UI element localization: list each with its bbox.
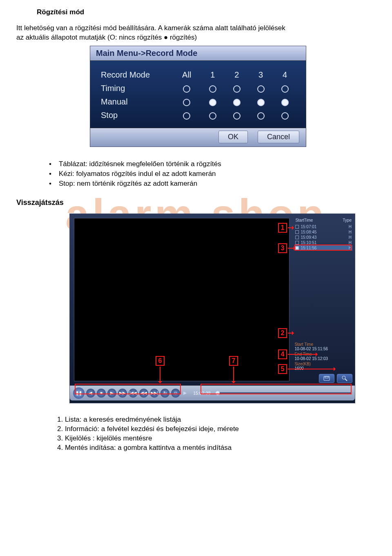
radio-stop-3[interactable] <box>257 112 265 120</box>
svg-rect-0 <box>324 376 330 380</box>
highlight-3 <box>294 245 352 251</box>
save-button[interactable] <box>319 374 334 383</box>
radio-stop-all[interactable] <box>183 112 190 120</box>
arrow-7 <box>233 367 234 383</box>
col-4: 4 <box>273 68 297 82</box>
playback-panel: StartTime Type 15:07:01 H 15:08:45 H <box>69 214 355 403</box>
file-checkbox[interactable] <box>295 236 299 239</box>
file-row[interactable]: 15:07:01 H <box>294 224 352 229</box>
legend-list: 1. Lista: a keresés eredményének listája… <box>57 416 376 452</box>
section-title: Rögzítési mód <box>37 8 376 16</box>
row-manual-label: Manual <box>99 95 173 109</box>
radio-stop-4[interactable] <box>281 112 289 120</box>
bullet-3: Stop: nem történik rögzítés az adott kam… <box>49 180 376 188</box>
save-icon <box>323 376 330 381</box>
arrow-4 <box>288 354 317 355</box>
radio-manual-2[interactable] <box>233 99 241 106</box>
info-end-value: 10-08-02 15:12:03 <box>294 356 352 361</box>
badge-1: 1 <box>278 223 287 233</box>
col-3: 3 <box>249 68 273 82</box>
radio-stop-1[interactable] <box>209 112 216 120</box>
col-2: 2 <box>225 68 249 82</box>
badge-5: 5 <box>278 364 287 374</box>
intro-line2: az aktuális állapotot mutatják (O: nincs… <box>16 33 197 41</box>
playback-heading: Visszajátszás <box>16 198 376 207</box>
file-type: H <box>349 235 352 240</box>
row-stop-label: Stop <box>99 109 173 122</box>
record-mode-breadcrumb: Main Menu->Record Mode <box>90 46 306 61</box>
file-row[interactable]: 15:09:43 H <box>294 235 352 240</box>
file-row[interactable]: 15:08:45 H <box>294 229 352 235</box>
radio-stop-2[interactable] <box>233 112 241 120</box>
arrow-5 <box>288 369 335 369</box>
radio-timing-3[interactable] <box>257 85 265 93</box>
radio-timing-1[interactable] <box>209 85 216 93</box>
search-button[interactable] <box>337 374 352 383</box>
svg-line-3 <box>345 379 347 381</box>
record-mode-label: Record Mode <box>99 68 173 82</box>
search-icon <box>341 375 348 382</box>
info-block: Start Time 10-08-02 15:11:56 End Time 10… <box>294 342 352 371</box>
highlight-7 <box>200 384 352 394</box>
badge-2: 2 <box>278 328 287 338</box>
info-size-label: Size(KB) <box>294 362 352 366</box>
intro-line1: Itt lehetöség van a rögzítési mód beállí… <box>16 24 285 32</box>
svg-rect-1 <box>325 376 328 378</box>
col-all: All <box>173 68 200 82</box>
svg-point-2 <box>342 376 345 379</box>
radio-timing-all[interactable] <box>183 85 190 93</box>
row-timing-label: Timing <box>99 82 173 95</box>
radio-timing-2[interactable] <box>233 85 241 93</box>
radio-timing-4[interactable] <box>281 85 289 93</box>
file-time: 15:07:01 <box>301 225 347 229</box>
legend-3: 3. Kijelölés : kijelölés mentésre <box>57 434 376 443</box>
legend-4: 4. Mentés indítása: a gombra kattintva a… <box>57 444 376 452</box>
badge-6: 6 <box>156 356 165 366</box>
legend-1: 1. Lista: a keresés eredményének listája <box>57 416 376 424</box>
record-mode-panel: Main Menu->Record Mode Record Mode All 1… <box>90 46 306 147</box>
file-time: 15:08:45 <box>301 230 347 234</box>
row-timing: Timing <box>99 82 297 95</box>
radio-manual-3[interactable] <box>257 99 265 106</box>
video-area[interactable] <box>74 218 290 381</box>
arrow-2 <box>288 333 294 334</box>
side-list-area: StartTime Type 15:07:01 H 15:08:45 H <box>294 214 355 385</box>
record-mode-footer: OK Cancel <box>90 128 306 147</box>
radio-manual-1[interactable] <box>209 99 216 106</box>
row-manual: Manual <box>99 95 297 109</box>
file-time: 15:09:43 <box>301 235 347 240</box>
bullet-list: Táblázat: időzítésnek megfelelően történ… <box>49 160 376 188</box>
highlight-6 <box>75 384 181 394</box>
info-start-value: 10-08-02 15:11:56 <box>294 347 352 351</box>
arrow-1 <box>288 227 294 228</box>
badge-3: 3 <box>278 243 287 253</box>
file-checkbox[interactable] <box>295 241 299 245</box>
info-start-label: Start Time <box>294 342 352 347</box>
list-header-start: StartTime <box>295 218 313 222</box>
file-type: H <box>349 230 352 234</box>
radio-manual-4[interactable] <box>281 99 289 106</box>
bullet-1: Táblázat: időzítésnek megfelelően történ… <box>49 160 376 168</box>
play-arrow-icon: ▶ <box>183 390 187 396</box>
record-mode-body: Record Mode All 1 2 3 4 Timing Manual <box>90 61 306 128</box>
col-1: 1 <box>200 68 225 82</box>
bullet-2: Kézi: folyamatos rögzítés indul el az ad… <box>49 170 376 178</box>
badge-7: 7 <box>229 356 238 366</box>
legend-2: 2. Információ: a felvétel kezdési és bef… <box>57 425 376 433</box>
cancel-button[interactable]: Cancel <box>258 131 299 143</box>
record-mode-table: Record Mode All 1 2 3 4 Timing Manual <box>99 68 297 122</box>
list-header-type: Type <box>343 218 352 222</box>
intro-paragraph: Itt lehetöség van a rögzítési mód beállí… <box>16 24 376 42</box>
file-checkbox[interactable] <box>295 230 299 234</box>
row-stop: Stop <box>99 109 297 122</box>
radio-manual-all[interactable] <box>183 99 190 106</box>
arrow-6 <box>160 367 160 383</box>
badge-4: 4 <box>278 349 287 359</box>
file-type: H <box>349 225 352 229</box>
ok-button[interactable]: OK <box>218 131 248 143</box>
